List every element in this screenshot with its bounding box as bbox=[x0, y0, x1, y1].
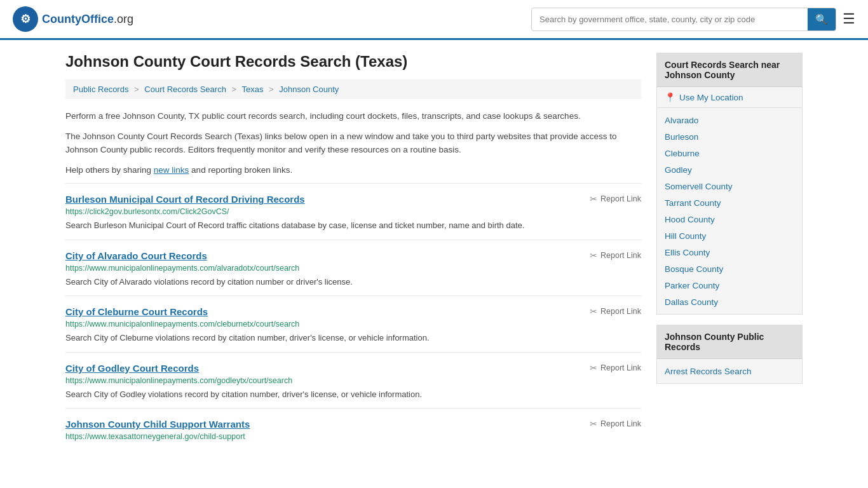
nearby-list: AlvaradoBurlesonCleburneGodleySomervell … bbox=[657, 108, 802, 314]
record-title: City of Godley Court Records bbox=[65, 363, 199, 374]
nearby-link-6[interactable]: Hood County bbox=[665, 215, 715, 224]
report-link-1[interactable]: ✂ Report Link bbox=[590, 250, 641, 261]
public-records-link-0[interactable]: Arrest Records Search bbox=[665, 367, 752, 376]
breadcrumb-sep-2: > bbox=[232, 85, 237, 94]
content-area: Johnson County Court Records Search (Tex… bbox=[65, 53, 641, 452]
new-links-link[interactable]: new links bbox=[154, 165, 189, 175]
breadcrumb: Public Records > Court Records Search > … bbox=[65, 79, 641, 99]
report-icon-1: ✂ bbox=[590, 250, 597, 261]
pin-icon: 📍 bbox=[665, 92, 675, 102]
record-desc-0: Search Burleson Municipal Court of Recor… bbox=[65, 219, 641, 232]
breadcrumb-court-records-search[interactable]: Court Records Search bbox=[144, 85, 226, 94]
nearby-link-5[interactable]: Tarrant County bbox=[665, 198, 721, 208]
nearby-link-3[interactable]: Godley bbox=[665, 165, 692, 175]
record-entry: Johnson County Child Support Warrants ✂ … bbox=[65, 408, 641, 452]
breadcrumb-sep-3: > bbox=[269, 85, 274, 94]
report-link-label-4: Report Link bbox=[600, 419, 641, 428]
breadcrumb-texas[interactable]: Texas bbox=[242, 85, 264, 94]
nearby-link-7[interactable]: Hill County bbox=[665, 231, 706, 241]
nearby-section-title: Court Records Search near Johnson County bbox=[657, 53, 802, 87]
nearby-list-item: Hood County bbox=[657, 211, 802, 227]
report-link-0[interactable]: ✂ Report Link bbox=[590, 194, 641, 204]
record-entry: Burleson Municipal Court of Record Drivi… bbox=[65, 183, 641, 240]
use-my-location-link[interactable]: Use My Location bbox=[679, 93, 743, 102]
breadcrumb-sep-1: > bbox=[134, 85, 139, 94]
nearby-link-8[interactable]: Ellis County bbox=[665, 248, 710, 257]
desc3-post: and reporting broken links. bbox=[189, 165, 292, 175]
record-title-row: City of Alvarado Court Records ✂ Report … bbox=[65, 250, 641, 261]
record-title: Burleson Municipal Court of Record Drivi… bbox=[65, 194, 305, 205]
nearby-section: Court Records Search near Johnson County… bbox=[656, 53, 803, 315]
record-entry: City of Godley Court Records ✂ Report Li… bbox=[65, 352, 641, 409]
nearby-list-item: Cleburne bbox=[657, 145, 802, 161]
record-url-1: https://www.municipalonlinepayments.com/… bbox=[65, 264, 641, 273]
record-link-2[interactable]: City of Cleburne Court Records bbox=[65, 306, 208, 317]
record-url-2: https://www.municipalonlinepayments.com/… bbox=[65, 320, 641, 329]
record-desc-2: Search City of Cleburne violations recor… bbox=[65, 332, 641, 344]
search-bar: 🔍 bbox=[531, 8, 836, 31]
nearby-link-0[interactable]: Alvarado bbox=[665, 116, 698, 125]
hamburger-menu[interactable]: ☰ bbox=[843, 11, 855, 27]
nearby-link-10[interactable]: Parker County bbox=[665, 281, 719, 290]
record-desc-3: Search City of Godley violations record … bbox=[65, 388, 641, 401]
record-title-row: City of Godley Court Records ✂ Report Li… bbox=[65, 363, 641, 374]
header-right: 🔍 ☰ bbox=[531, 8, 855, 31]
report-icon-0: ✂ bbox=[590, 194, 597, 204]
nearby-link-4[interactable]: Somervell County bbox=[665, 182, 733, 191]
record-desc-1: Search City of Alvarado violations recor… bbox=[65, 276, 641, 288]
report-link-4[interactable]: ✂ Report Link bbox=[590, 419, 641, 429]
report-link-3[interactable]: ✂ Report Link bbox=[590, 363, 641, 373]
search-input[interactable] bbox=[532, 10, 808, 29]
sidebar: Court Records Search near Johnson County… bbox=[656, 53, 803, 452]
nearby-list-item: Parker County bbox=[657, 277, 802, 294]
record-link-3[interactable]: City of Godley Court Records bbox=[65, 363, 199, 374]
logo-area: ⚙ CountyOffice.org bbox=[13, 6, 133, 32]
nearby-list-item: Ellis County bbox=[657, 244, 802, 261]
record-entry: City of Alvarado Court Records ✂ Report … bbox=[65, 240, 641, 296]
records-container: Burleson Municipal Court of Record Drivi… bbox=[65, 183, 641, 452]
record-title: City of Alvarado Court Records bbox=[65, 250, 207, 261]
record-link-0[interactable]: Burleson Municipal Court of Record Drivi… bbox=[65, 194, 305, 205]
svg-text:⚙: ⚙ bbox=[20, 13, 31, 25]
nearby-link-2[interactable]: Cleburne bbox=[665, 149, 700, 158]
page-title: Johnson County Court Records Search (Tex… bbox=[65, 53, 641, 71]
breadcrumb-johnson-county[interactable]: Johnson County bbox=[279, 85, 339, 94]
record-title-row: Johnson County Child Support Warrants ✂ … bbox=[65, 419, 641, 430]
report-link-label-0: Report Link bbox=[600, 194, 641, 203]
nearby-link-1[interactable]: Burleson bbox=[665, 132, 698, 142]
main-container: Johnson County Court Records Search (Tex… bbox=[53, 40, 815, 464]
record-link-1[interactable]: City of Alvarado Court Records bbox=[65, 250, 207, 261]
record-title-row: City of Cleburne Court Records ✂ Report … bbox=[65, 306, 641, 317]
nearby-list-item: Somervell County bbox=[657, 178, 802, 194]
report-link-label-2: Report Link bbox=[600, 307, 641, 316]
logo-text: CountyOffice.org bbox=[42, 13, 133, 26]
record-link-4[interactable]: Johnson County Child Support Warrants bbox=[65, 419, 250, 430]
description-1: Perform a free Johnson County, TX public… bbox=[65, 109, 641, 123]
breadcrumb-public-records[interactable]: Public Records bbox=[73, 85, 128, 94]
report-icon-2: ✂ bbox=[590, 306, 597, 316]
nearby-link-9[interactable]: Bosque County bbox=[665, 264, 723, 274]
record-url-3: https://www.municipalonlinepayments.com/… bbox=[65, 376, 641, 385]
record-title-row: Burleson Municipal Court of Record Drivi… bbox=[65, 194, 641, 205]
report-icon-3: ✂ bbox=[590, 363, 597, 373]
desc3-pre: Help others by sharing bbox=[65, 165, 154, 175]
public-records-list: Arrest Records Search bbox=[657, 359, 802, 383]
record-url-4: https://www.texasattorneygeneral.gov/chi… bbox=[65, 432, 641, 441]
report-link-label-1: Report Link bbox=[600, 251, 641, 260]
report-link-2[interactable]: ✂ Report Link bbox=[590, 306, 641, 316]
nearby-list-item: Bosque County bbox=[657, 261, 802, 277]
nearby-list-item: Hill County bbox=[657, 227, 802, 244]
nearby-list-item: Dallas County bbox=[657, 294, 802, 310]
search-button[interactable]: 🔍 bbox=[808, 8, 836, 30]
public-records-section-title: Johnson County Public Records bbox=[657, 325, 802, 359]
description-3: Help others by sharing new links and rep… bbox=[65, 163, 641, 177]
description-2: The Johnson County Court Records Search … bbox=[65, 130, 641, 157]
record-title: City of Cleburne Court Records bbox=[65, 306, 208, 317]
nearby-list-item: Burleson bbox=[657, 128, 802, 145]
record-title: Johnson County Child Support Warrants bbox=[65, 419, 250, 430]
public-records-section: Johnson County Public Records Arrest Rec… bbox=[656, 325, 803, 384]
nearby-link-11[interactable]: Dallas County bbox=[665, 297, 718, 307]
logo-icon: ⚙ bbox=[13, 6, 38, 32]
site-header: ⚙ CountyOffice.org 🔍 ☰ bbox=[0, 0, 868, 40]
use-location: 📍 Use My Location bbox=[657, 87, 802, 108]
